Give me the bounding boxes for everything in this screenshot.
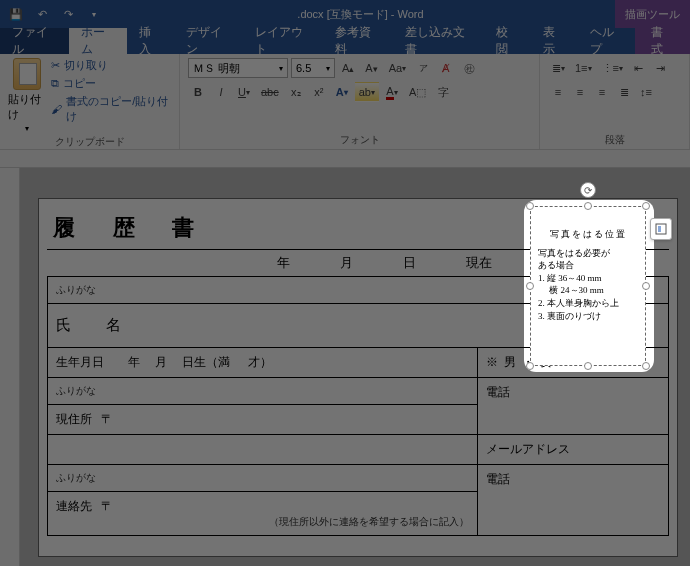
cut-label: 切り取り: [64, 58, 108, 73]
text-effects-button[interactable]: A▾: [332, 82, 352, 102]
tb-line2: ある場合: [538, 259, 638, 272]
contact-note: （現住所以外に連絡を希望する場合に記入）: [56, 515, 469, 529]
copy-button[interactable]: ⧉ コピー: [51, 76, 171, 91]
font-size-combo[interactable]: 6.5 ▾: [291, 58, 335, 78]
tab-mailings[interactable]: 差し込み文書: [393, 28, 485, 54]
horizontal-ruler[interactable]: [0, 150, 690, 168]
resize-handle-e[interactable]: [642, 282, 650, 290]
justify-button[interactable]: ≣: [614, 82, 634, 102]
clear-formatting-button[interactable]: A̸: [436, 58, 456, 78]
format-painter-label: 書式のコピー/貼り付け: [66, 94, 171, 124]
resize-handle-se[interactable]: [642, 362, 650, 370]
group-label-clipboard: クリップボード: [8, 133, 171, 149]
quick-access-toolbar: 💾 ↶ ↷ ▾: [0, 3, 106, 25]
svg-rect-1: [658, 226, 661, 232]
tab-file[interactable]: ファイル: [0, 28, 69, 54]
sex-sep: ※: [486, 355, 498, 369]
enclose-characters-button[interactable]: ㊓: [459, 58, 479, 78]
photo-textbox[interactable]: ⟳ 写真をはる位置 写真をはる必要が ある場合 1. 縦 36～40 mm 横 …: [530, 206, 646, 366]
bullets-button[interactable]: ≣▾: [548, 58, 569, 78]
align-center-button[interactable]: ≡: [570, 82, 590, 102]
bold-button[interactable]: B: [188, 82, 208, 102]
label-current: 現在: [466, 254, 492, 272]
layout-options-button[interactable]: [650, 218, 672, 240]
font-color-button[interactable]: A▾: [382, 82, 402, 102]
numbering-button[interactable]: 1≡▾: [571, 58, 596, 78]
phonetic-guide-button[interactable]: ア: [413, 58, 433, 78]
tab-review[interactable]: 校閲: [484, 28, 531, 54]
shrink-font-button[interactable]: A▾: [361, 58, 381, 78]
paste-button[interactable]: 貼り付け ▾: [8, 58, 45, 133]
font-name-combo[interactable]: ＭＳ 明朝 ▾: [188, 58, 288, 78]
contact-cell: 連絡先 〒 （現住所以外に連絡を希望する場合に記入）: [48, 492, 478, 536]
textbox-content: 写真をはる位置 写真をはる必要が ある場合 1. 縦 36～40 mm 横 24…: [536, 228, 640, 338]
group-label-paragraph: 段落: [548, 131, 681, 147]
copy-icon: ⧉: [51, 77, 59, 90]
ribbon: 貼り付け ▾ ✂ 切り取り ⧉ コピー 🖌 書式のコピー/貼り付け クリップボー…: [0, 54, 690, 150]
tb-li3: 3. 裏面のりづけ: [538, 310, 638, 323]
brush-icon: 🖌: [51, 103, 62, 115]
tab-view[interactable]: 表示: [531, 28, 578, 54]
cut-button[interactable]: ✂ 切り取り: [51, 58, 171, 73]
underline-button[interactable]: U▾: [234, 82, 254, 102]
increase-indent-button[interactable]: ⇥: [651, 58, 671, 78]
save-icon[interactable]: 💾: [4, 3, 28, 25]
tb-li1b: 横 24～30 mm: [538, 284, 638, 297]
grow-font-button[interactable]: A▴: [338, 58, 358, 78]
change-case-button[interactable]: Aa▾: [385, 58, 410, 78]
paste-label: 貼り付け: [8, 92, 45, 122]
birth-cell: 生年月日 年 月 日生（満 才）: [48, 348, 478, 378]
furigana-cell-contact: ふりがな: [48, 465, 478, 492]
subscript-button[interactable]: x₂: [286, 82, 306, 102]
character-border-button[interactable]: 字: [433, 82, 453, 102]
resize-handle-w[interactable]: [526, 282, 534, 290]
font-size-value: 6.5: [296, 62, 311, 74]
tab-design[interactable]: デザイン: [174, 28, 243, 54]
label-year: 年: [128, 355, 140, 369]
redo-icon[interactable]: ↷: [56, 3, 80, 25]
character-shading-button[interactable]: A⬚: [405, 82, 430, 102]
tab-insert[interactable]: 挿入: [127, 28, 174, 54]
undo-icon[interactable]: ↶: [30, 3, 54, 25]
group-label-font: フォント: [188, 131, 531, 147]
vertical-ruler[interactable]: [0, 168, 20, 566]
superscript-button[interactable]: x²: [309, 82, 329, 102]
tab-references[interactable]: 参考資料: [323, 28, 392, 54]
italic-button[interactable]: I: [211, 82, 231, 102]
highlight-button[interactable]: ab▾: [355, 82, 379, 102]
align-right-button[interactable]: ≡: [592, 82, 612, 102]
resize-handle-sw[interactable]: [526, 362, 534, 370]
resize-handle-n[interactable]: [584, 202, 592, 210]
sex-male: 男: [504, 355, 516, 369]
strikethrough-button[interactable]: abc: [257, 82, 283, 102]
chevron-down-icon: ▾: [25, 124, 29, 133]
resize-handle-ne[interactable]: [642, 202, 650, 210]
format-painter-button[interactable]: 🖌 書式のコピー/貼り付け: [51, 94, 171, 124]
tel-cell-2: 電話: [477, 465, 668, 536]
address-cell: 現住所 〒: [48, 405, 478, 435]
tb-li1: 1. 縦 36～40 mm: [538, 272, 638, 285]
resize-handle-s[interactable]: [584, 362, 592, 370]
tab-help[interactable]: ヘルプ: [578, 28, 636, 54]
multilevel-list-button[interactable]: ⋮≡▾: [598, 58, 627, 78]
decrease-indent-button[interactable]: ⇤: [629, 58, 649, 78]
paste-icon: [13, 58, 41, 90]
chevron-down-icon: ▾: [279, 64, 283, 73]
window-title: .docx [互換モード] - Word: [106, 7, 615, 22]
birth-label: 生年月日: [56, 355, 104, 369]
resize-handle-nw[interactable]: [526, 202, 534, 210]
tb-heading: 写真をはる位置: [538, 228, 638, 241]
tab-layout[interactable]: レイアウト: [243, 28, 323, 54]
rotate-handle-icon[interactable]: ⟳: [580, 182, 596, 198]
copy-label: コピー: [63, 76, 96, 91]
qat-customize-icon[interactable]: ▾: [82, 3, 106, 25]
tb-li2: 2. 本人単身胸から上: [538, 297, 638, 310]
align-left-button[interactable]: ≡: [548, 82, 568, 102]
line-spacing-button[interactable]: ↕≡: [636, 82, 656, 102]
tab-format[interactable]: 書式: [635, 28, 690, 54]
group-paragraph: ≣▾ 1≡▾ ⋮≡▾ ⇤ ⇥ ≡ ≡ ≡ ≣ ↕≡ 段落: [540, 54, 690, 149]
ribbon-tabs: ファイル ホーム 挿入 デザイン レイアウト 参考資料 差し込み文書 校閲 表示…: [0, 28, 690, 54]
tab-home[interactable]: ホーム: [69, 28, 127, 54]
layout-options-icon: [655, 223, 667, 235]
scissors-icon: ✂: [51, 59, 60, 72]
